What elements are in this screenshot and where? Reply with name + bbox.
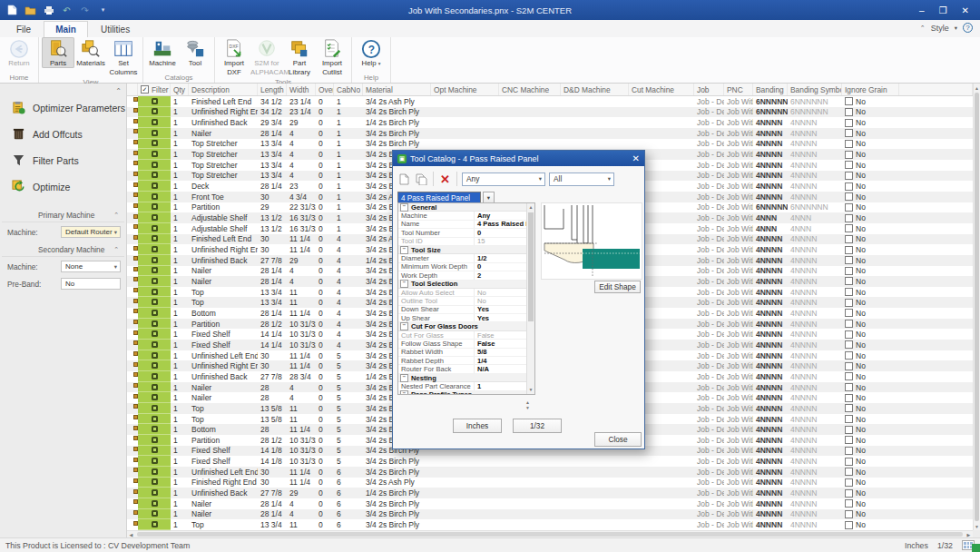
cell-width[interactable]: 28 3/4 (287, 371, 316, 382)
cell-cnc-machine[interactable] (499, 107, 561, 118)
cell-ignore-grain[interactable]: No (842, 382, 899, 393)
cell-dd-machine[interactable] (561, 519, 629, 530)
cell-banding[interactable]: 4NNNN (753, 181, 788, 192)
cell-qty[interactable]: 1 (171, 287, 189, 298)
cell-qty[interactable]: 1 (171, 382, 189, 393)
property-category[interactable]: −Pass Profile Types (398, 391, 526, 395)
cell-banding-symbols[interactable]: 4NNN (788, 212, 842, 223)
cell-cut-machine[interactable] (629, 498, 694, 509)
ignore-grain-checkbox[interactable] (845, 151, 853, 159)
property-value[interactable]: 1/4 (475, 357, 526, 365)
cell-banding-symbols[interactable]: 6NNNNNN (788, 202, 842, 213)
table-row[interactable]: 1Fixed Shelf14 1/810 31/32053/4 2s Birch… (127, 456, 973, 467)
cell-job[interactable]: Job - Default (694, 350, 724, 361)
cell-description[interactable]: Fixed Shelf (189, 456, 258, 467)
cell-banding-symbols[interactable]: 4NNNN (788, 488, 842, 498)
cell-cabno[interactable]: 1 (334, 117, 363, 128)
cell-qty[interactable]: 1 (171, 171, 189, 182)
filter-cell[interactable] (138, 360, 171, 371)
cell-pnc[interactable]: Job With Sec (724, 424, 753, 435)
scroll-left-icon[interactable]: ◀ (127, 532, 135, 537)
dialog-close-button[interactable]: Close (594, 432, 642, 447)
ignore-grain-checkbox[interactable] (845, 108, 853, 116)
cell-width[interactable]: 10 31/32 (287, 456, 316, 467)
cell-over[interactable]: 0 (316, 255, 334, 266)
cell-cabno[interactable]: 4 (334, 329, 363, 340)
cell-banding[interactable]: 4NNNN (753, 287, 788, 298)
cell-width[interactable]: 4 (287, 171, 316, 182)
cell-banding-symbols[interactable]: 4NNNN (788, 192, 842, 202)
cell-over[interactable]: 0 (316, 456, 334, 467)
property-row[interactable]: Rabbet Depth1/4 (398, 357, 526, 365)
cell-banding-symbols[interactable]: 4NNNN (788, 424, 842, 435)
filter-cell[interactable] (138, 519, 171, 530)
cell-banding-symbols[interactable]: 6NNNNNN (788, 107, 842, 118)
cell-pnc[interactable]: Job With Sec (724, 117, 753, 128)
cell-banding[interactable]: 4NNNN (753, 255, 788, 266)
table-row[interactable]: 1Finished Right End3011 1/4063/4 2s Ash … (127, 478, 973, 488)
filter-cell[interactable] (138, 350, 171, 361)
cell-banding-symbols[interactable]: 6NNNNNN (788, 96, 842, 107)
cell-dd-machine[interactable] (561, 139, 629, 150)
scroll-up-icon[interactable]: ▲ (974, 84, 980, 92)
cell-banding-symbols[interactable]: 4NNNN (788, 435, 842, 446)
cell-length[interactable]: 27 7/8 (258, 371, 287, 382)
cell-cabno[interactable]: 6 (334, 519, 363, 530)
cell-banding-symbols[interactable]: 4NNNN (788, 244, 842, 255)
cell-length[interactable]: 27 7/8 (258, 255, 287, 266)
cell-job[interactable]: Job - Default (694, 414, 724, 425)
cell-opt-machine[interactable] (431, 509, 499, 520)
ignore-grain-checkbox[interactable] (845, 489, 853, 498)
column-header-banding-symbols[interactable]: Banding Symbols (788, 84, 842, 95)
ignore-grain-checkbox[interactable] (845, 97, 853, 105)
cell-job[interactable]: Job - Default (694, 107, 724, 118)
cell-banding-symbols[interactable]: 4NNNN (788, 446, 842, 457)
filter-cell[interactable] (138, 244, 171, 255)
new-tool-icon[interactable] (397, 172, 411, 186)
cell-length[interactable]: 28 (258, 392, 287, 403)
cell-width[interactable]: 10 31/32 (287, 446, 316, 457)
cell-cnc-machine[interactable] (499, 488, 561, 498)
cell-cabno[interactable]: 5 (334, 360, 363, 371)
cell-banding[interactable]: 4NNNN (753, 117, 788, 128)
cell-length[interactable]: 28 (258, 382, 287, 393)
cell-ignore-grain[interactable]: No (842, 160, 899, 171)
cell-qty[interactable]: 1 (171, 255, 189, 266)
ignore-grain-checkbox[interactable] (845, 362, 853, 370)
cell-banding[interactable]: 4NNN (753, 223, 788, 234)
cell-job[interactable]: Job - Default (694, 149, 724, 160)
cell-qty[interactable]: 1 (171, 266, 189, 277)
cell-length[interactable]: 13 3/4 (258, 171, 287, 182)
cell-qty[interactable]: 1 (171, 456, 189, 467)
cell-pnc[interactable]: Job With Sec (724, 266, 753, 277)
filter-cell[interactable] (138, 308, 171, 319)
minimize-button[interactable]: – (919, 5, 925, 15)
cell-banding[interactable]: 4NNNN (753, 519, 788, 530)
table-row[interactable]: 1Nailer28 1/44063/4 2s Birch PlyJob - De… (127, 509, 973, 520)
cell-job[interactable]: Job - Default (694, 340, 724, 350)
cell-cut-machine[interactable] (629, 128, 694, 139)
cell-description[interactable]: Unfinished Back (189, 371, 258, 382)
cell-ignore-grain[interactable]: No (842, 255, 899, 266)
property-row[interactable]: Name4 Pass Raised Panel (398, 221, 526, 229)
cell-width[interactable]: 4 (287, 139, 316, 150)
cell-job[interactable]: Job - Default (694, 424, 724, 435)
cell-description[interactable]: Unfinished Back (189, 255, 258, 266)
cell-cabno[interactable]: 1 (334, 192, 363, 202)
cell-over[interactable]: 0 (316, 149, 334, 160)
cell-over[interactable]: 0 (316, 181, 334, 192)
cell-banding[interactable]: 4NNNN (753, 266, 788, 277)
cell-dd-machine[interactable] (561, 96, 629, 107)
cell-ignore-grain[interactable]: No (842, 287, 899, 298)
cell-job[interactable]: Job - Default (694, 319, 724, 330)
cell-job[interactable]: Job - Default (694, 160, 724, 171)
qat-dropdown-icon[interactable]: ▾ (97, 5, 109, 16)
cell-over[interactable]: 0 (316, 340, 334, 350)
filter-cell[interactable] (138, 276, 171, 287)
maximize-button[interactable]: ❐ (939, 5, 947, 15)
cell-material[interactable]: 3/4 2s Ash Ply (363, 478, 431, 488)
filter-cell[interactable] (138, 488, 171, 498)
cell-length[interactable]: 28 1/4 (258, 509, 287, 520)
cell-width[interactable]: 11 1/4 (287, 424, 316, 435)
cell-width[interactable]: 4 (287, 276, 316, 287)
